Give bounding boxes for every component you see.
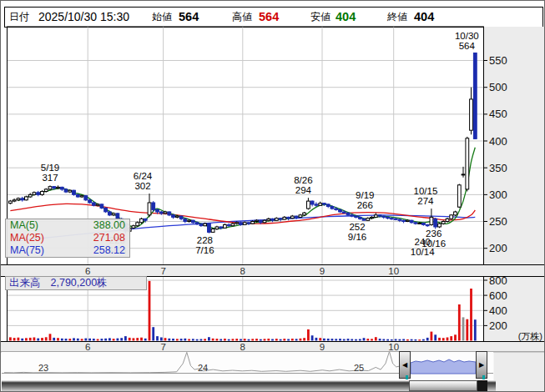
ma5-value: 388.00 [93, 219, 125, 232]
ma75-label: MA(75) [10, 244, 44, 257]
nav-left-marker [406, 375, 408, 379]
svg-text:10/30: 10/30 [455, 31, 479, 41]
svg-text:25: 25 [354, 363, 364, 373]
ma5-line [18, 148, 475, 229]
svg-text:350: 350 [489, 162, 507, 174]
nav-right-marker [482, 375, 485, 379]
ma75-value: 258.12 [93, 244, 125, 257]
svg-text:9: 9 [320, 342, 325, 352]
svg-text:23: 23 [38, 363, 48, 373]
svg-text:9/16: 9/16 [348, 232, 366, 242]
svg-text:500: 500 [489, 81, 507, 93]
volume-value: 2,790,200株 [41, 277, 108, 289]
svg-text:200: 200 [489, 319, 507, 332]
svg-text:8: 8 [240, 342, 245, 352]
svg-text:266: 266 [357, 200, 373, 210]
volume-title: 出来高 [6, 277, 41, 289]
svg-text:236: 236 [426, 229, 442, 239]
svg-text:24: 24 [198, 363, 208, 373]
svg-text:252: 252 [349, 222, 365, 232]
svg-text:302: 302 [134, 181, 150, 191]
svg-text:8: 8 [240, 266, 245, 276]
svg-text:10: 10 [388, 342, 399, 352]
svg-text:800: 800 [489, 274, 507, 287]
scrollbar-thumb[interactable] [409, 380, 477, 391]
svg-text:228: 228 [197, 235, 213, 245]
svg-text:7: 7 [160, 342, 165, 352]
svg-text:564: 564 [459, 41, 476, 51]
svg-text:9: 9 [320, 266, 325, 276]
svg-text:450: 450 [489, 108, 507, 120]
gridlines [8, 27, 483, 341]
svg-text:10/14: 10/14 [411, 247, 435, 257]
svg-text:400: 400 [489, 135, 507, 148]
svg-text:300: 300 [489, 188, 507, 201]
nav-left-button[interactable]: ◀ [399, 351, 411, 379]
svg-text:250: 250 [489, 215, 507, 228]
svg-text:7: 7 [160, 266, 165, 276]
svg-text:317: 317 [42, 173, 58, 183]
chart-canvas: 550500450400350300250200800600400200(万株)… [1, 1, 545, 392]
svg-text:274: 274 [417, 196, 434, 206]
left-arrow-icon: ◀ [402, 361, 407, 369]
svg-text:6: 6 [85, 266, 90, 276]
ma5-label: MA(5) [10, 219, 38, 232]
volume-label-box: 出来高2,790,200株 [5, 276, 147, 290]
svg-text:294: 294 [295, 185, 312, 195]
right-arrow-icon: ▶ [479, 361, 484, 369]
svg-text:9/19: 9/19 [356, 190, 374, 200]
svg-text:550: 550 [489, 54, 507, 67]
svg-text:400: 400 [489, 304, 507, 317]
scrollbar-stub [477, 380, 487, 391]
svg-text:(万株): (万株) [518, 331, 542, 341]
ma25-value: 271.08 [93, 232, 125, 244]
pane-borders [1, 27, 545, 352]
svg-text:10: 10 [388, 266, 399, 276]
svg-text:8/26: 8/26 [294, 175, 312, 185]
svg-text:10/16: 10/16 [421, 239, 446, 249]
svg-text:600: 600 [489, 289, 507, 302]
svg-text:200: 200 [489, 242, 507, 254]
svg-text:6: 6 [85, 342, 90, 352]
nav-right-button[interactable]: ▶ [476, 351, 487, 379]
navigator-minichart[interactable]: 232425 [2, 352, 493, 379]
svg-text:6/24: 6/24 [134, 171, 153, 181]
svg-text:10/15: 10/15 [414, 186, 438, 196]
ma25-label: MA(25) [10, 232, 44, 244]
ma-legend: MA(5) 388.00 MA(25) 271.08 MA(75) 258.12 [5, 219, 130, 258]
stock-chart-window: 日付 2025/10/30 15:30 始値 564 高値 564 安値 404… [0, 0, 545, 392]
svg-text:7/16: 7/16 [195, 245, 214, 255]
svg-text:5/19: 5/19 [41, 163, 59, 173]
